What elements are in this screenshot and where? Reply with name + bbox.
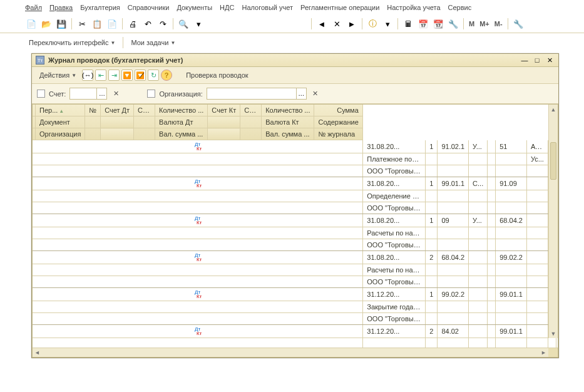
header-content[interactable]: Содержание <box>314 116 362 128</box>
nav-left-icon[interactable]: ◄ <box>315 18 328 30</box>
cell-num[interactable]: 1 <box>426 177 438 190</box>
cell-sub-dt[interactable]: С... <box>469 177 488 190</box>
cell-val-kt-sub[interactable] <box>526 227 548 239</box>
cell-qty-dt[interactable] <box>488 288 496 301</box>
memory-mplus-button[interactable]: M+ <box>478 20 491 28</box>
cell-qty-dt[interactable] <box>488 214 496 227</box>
menu-reg-ops[interactable]: Регламентные операции <box>300 4 379 11</box>
cell-val-kt-sub[interactable] <box>526 301 548 313</box>
cell-val-dt[interactable] <box>488 190 496 202</box>
header-val-dt[interactable]: Валюта Дт <box>155 116 208 128</box>
scroll-thumb-v[interactable] <box>550 142 556 180</box>
cell-doc[interactable]: Определение фина... <box>363 190 426 202</box>
search-dd-icon[interactable]: ▾ <box>192 18 205 30</box>
scrollbar-vertical[interactable]: ▲ ▼ <box>548 105 558 338</box>
header-4[interactable]: Су... <box>134 105 155 116</box>
cell-acct-dt[interactable]: 09 <box>438 214 469 227</box>
menu-documents[interactable]: Документы <box>177 4 212 11</box>
maximize-button[interactable]: □ <box>532 56 542 64</box>
menu-file[interactable]: Файл <box>25 4 42 11</box>
filter-off-icon[interactable]: 🔽̸ <box>135 70 146 81</box>
cell-date[interactable]: 31.12.20... <box>363 325 426 338</box>
cell-doc[interactable]: Закрытие года 000... <box>363 301 426 313</box>
close-button[interactable]: ✕ <box>545 56 555 64</box>
refresh-icon[interactable]: ↻ <box>148 70 159 81</box>
copy-icon[interactable]: 📋 <box>91 18 103 30</box>
scroll-right-icon[interactable]: ► <box>539 348 548 357</box>
cell-acct-kt[interactable]: 51 <box>496 140 527 153</box>
nav-right-icon[interactable]: ► <box>346 18 358 30</box>
date-range-icon[interactable]: (↔) <box>82 70 93 81</box>
save-icon[interactable]: 💾 <box>55 18 68 30</box>
cell-val-kt-sub[interactable]: Ус... <box>526 153 548 165</box>
cell-doc[interactable]: Платежное поручен... <box>363 153 426 165</box>
cell-org[interactable]: ООО "Торговый До... <box>363 165 426 177</box>
header-2[interactable]: № <box>85 105 101 116</box>
menu-service[interactable]: Сервис <box>448 4 472 11</box>
minimize-button[interactable]: — <box>520 56 530 64</box>
account-clear-icon[interactable]: ✕ <box>111 88 121 100</box>
cell-org[interactable]: ООО "Торговый До... <box>363 313 426 325</box>
menu-directories[interactable]: Справочники <box>128 4 170 11</box>
cell-acct-kt[interactable]: 91.09 <box>496 177 527 190</box>
cell-acct-dt[interactable]: 99.02.2 <box>438 288 469 301</box>
cell-val-dt[interactable] <box>488 338 496 348</box>
cell-num[interactable]: 1 <box>426 140 438 153</box>
cell-acct-dt[interactable]: 68.04.2 <box>438 251 469 264</box>
cell-val-dt[interactable] <box>488 153 496 165</box>
account-checkbox[interactable] <box>37 90 45 98</box>
header-7[interactable]: Су... <box>240 105 262 116</box>
check-entries-button[interactable]: Проверка проводок <box>182 70 252 81</box>
calendar2-icon[interactable]: 📆 <box>432 18 444 30</box>
scroll-down-icon[interactable]: ▼ <box>549 329 558 338</box>
header-5[interactable]: Количество ... <box>155 105 208 116</box>
cell-doc[interactable]: Расчеты по налогу ... <box>363 227 426 239</box>
header-vs-kt[interactable]: Вал. сумма ... <box>262 128 314 140</box>
cell-acct-kt[interactable]: 99.02.2 <box>496 251 527 264</box>
new-doc-icon[interactable]: 📄 <box>25 18 38 30</box>
cell-org[interactable]: ООО "Торговый До... <box>363 239 426 251</box>
cell-sub-kt[interactable] <box>526 177 548 190</box>
menu-tax[interactable]: Налоговый учет <box>242 4 293 11</box>
cell-val-kt-sub[interactable] <box>526 264 548 276</box>
info-icon[interactable]: ⓘ <box>366 18 379 30</box>
cell-sub-kt[interactable] <box>526 325 548 338</box>
header-8[interactable]: Количество ... <box>262 105 314 116</box>
redo-icon[interactable]: ↷ <box>156 18 169 30</box>
cell-sub-dt[interactable]: У... <box>469 140 488 153</box>
header-org[interactable]: Организация <box>36 128 85 140</box>
menu-vat[interactable]: НДС <box>220 4 234 11</box>
cell-num[interactable]: 2 <box>426 325 438 338</box>
cell-sub-kt[interactable] <box>526 288 548 301</box>
filter-icon[interactable]: 🔽 <box>121 70 133 81</box>
scroll-up-icon[interactable]: ▲ <box>549 105 558 114</box>
cell-val-kt-sub[interactable] <box>526 338 548 348</box>
info-dd-icon[interactable]: ▾ <box>381 18 394 30</box>
cell-date[interactable]: 31.08.20... <box>363 251 426 264</box>
cell-sub-dt[interactable]: У... <box>469 214 488 227</box>
account-picker-icon[interactable]: … <box>96 88 106 99</box>
cell-val-dt[interactable] <box>488 301 496 313</box>
cell-num[interactable]: 1 <box>426 214 438 227</box>
paste-icon[interactable]: 📄 <box>106 18 118 30</box>
cell-qty-dt[interactable] <box>488 140 496 153</box>
account-input[interactable]: … <box>69 88 107 100</box>
tools-icon[interactable]: 🔧 <box>447 18 459 30</box>
calendar-icon[interactable]: 📅 <box>417 18 429 30</box>
cell-sub-dt[interactable] <box>469 288 488 301</box>
org-clear-icon[interactable]: ✕ <box>310 88 320 100</box>
cell-date[interactable]: 31.08.20... <box>363 177 426 190</box>
header-3[interactable]: Счет Дт <box>101 105 134 116</box>
cell-content[interactable] <box>556 338 558 348</box>
header-val-kt[interactable]: Валюта Кт <box>262 116 314 128</box>
open-icon[interactable]: 📂 <box>40 18 53 30</box>
cell-date[interactable]: 31.08.20... <box>363 140 426 153</box>
goto-first-icon[interactable]: ⇤ <box>95 70 106 81</box>
header-doc[interactable]: Документ <box>36 116 85 128</box>
cell-sub-kt[interactable]: АО... <box>526 140 548 153</box>
header-1[interactable]: Пер...▲ <box>36 105 85 116</box>
org-picker-icon[interactable]: … <box>296 88 306 99</box>
cell-acct-dt[interactable]: 84.02 <box>438 325 469 338</box>
cell-num[interactable]: 2 <box>426 251 438 264</box>
cell-val-kt-sub[interactable] <box>526 190 548 202</box>
